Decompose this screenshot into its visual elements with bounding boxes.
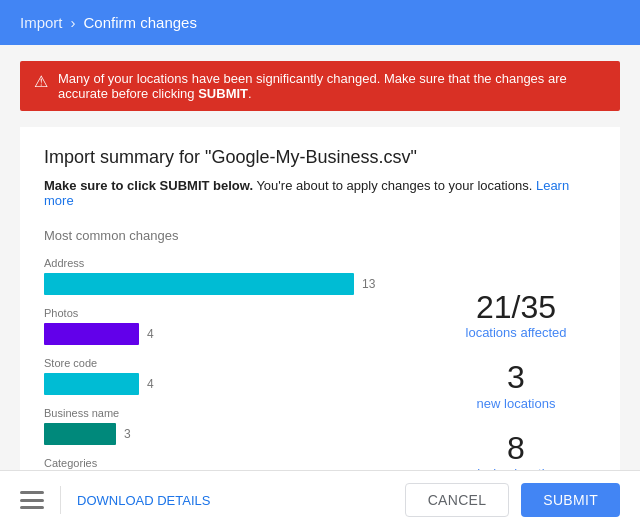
bar-group-0: Address 13	[44, 257, 416, 295]
submit-button[interactable]: SUBMIT	[521, 483, 620, 517]
bar-group-4: Categories 2	[44, 457, 416, 470]
bar-row-2: 4	[44, 373, 416, 395]
bar-category-4: Categories	[44, 457, 416, 469]
header-chevron: ›	[71, 14, 76, 31]
bar-value-2: 4	[147, 377, 154, 391]
warning-icon: ⚠	[34, 72, 48, 91]
download-details-link[interactable]: DOWNLOAD DETAILS	[77, 493, 210, 508]
footer-actions: CANCEL SUBMIT	[405, 483, 620, 517]
warning-banner: ⚠ Many of your locations have been signi…	[20, 61, 620, 111]
bar-row-0: 13	[44, 273, 416, 295]
bars-container: Address 13 Photos 4 Store code 4 Busines…	[44, 257, 416, 470]
bar-value-1: 4	[147, 327, 154, 341]
bar-fill-3	[44, 423, 116, 445]
header-title: Confirm changes	[84, 14, 197, 31]
chart-section: Most common changes Address 13 Photos 4 …	[44, 228, 436, 470]
bar-value-0: 13	[362, 277, 375, 291]
main-body: Most common changes Address 13 Photos 4 …	[44, 228, 596, 470]
new-number: 3	[477, 360, 556, 395]
subtitle-middle: You're about to apply changes to your lo…	[253, 178, 536, 193]
footer-divider	[60, 486, 61, 514]
bar-fill-0	[44, 273, 354, 295]
new-label: new locations	[477, 396, 556, 411]
affected-stat: 21/35 locations affected	[466, 290, 567, 340]
content-area: ⚠ Many of your locations have been signi…	[0, 45, 640, 470]
bar-row-3: 3	[44, 423, 416, 445]
subtitle-bold: Make sure to click SUBMIT below.	[44, 178, 253, 193]
bar-group-2: Store code 4	[44, 357, 416, 395]
bar-category-3: Business name	[44, 407, 416, 419]
card-subtitle: Make sure to click SUBMIT below. You're …	[44, 178, 596, 208]
bar-value-3: 3	[124, 427, 131, 441]
new-stat: 3 new locations	[477, 360, 556, 410]
sidebar-toggle[interactable]	[20, 491, 44, 509]
warning-text-before: Many of your locations have been signifi…	[58, 71, 567, 101]
missing-stat: 8 missing locations	[467, 431, 566, 470]
bar-category-0: Address	[44, 257, 416, 269]
warning-text-after: .	[248, 86, 252, 101]
section-label: Most common changes	[44, 228, 416, 243]
header: Import › Confirm changes	[0, 0, 640, 45]
stats-section: 21/35 locations affected 3 new locations…	[436, 228, 596, 470]
footer: DOWNLOAD DETAILS CANCEL SUBMIT	[0, 470, 640, 529]
bar-group-3: Business name 3	[44, 407, 416, 445]
bar-category-2: Store code	[44, 357, 416, 369]
affected-label: locations affected	[466, 325, 567, 340]
bar-fill-2	[44, 373, 139, 395]
header-import: Import	[20, 14, 63, 31]
bar-category-1: Photos	[44, 307, 416, 319]
affected-number: 21/35	[466, 290, 567, 325]
warning-text: Many of your locations have been signifi…	[58, 71, 606, 101]
bar-fill-1	[44, 323, 139, 345]
card-title: Import summary for "Google-My-Business.c…	[44, 147, 596, 168]
missing-number: 8	[467, 431, 566, 466]
cancel-button[interactable]: CANCEL	[405, 483, 510, 517]
import-card: Import summary for "Google-My-Business.c…	[20, 127, 620, 470]
warning-submit-bold: SUBMIT	[198, 86, 248, 101]
bar-group-1: Photos 4	[44, 307, 416, 345]
footer-left: DOWNLOAD DETAILS	[20, 486, 210, 514]
bar-row-1: 4	[44, 323, 416, 345]
